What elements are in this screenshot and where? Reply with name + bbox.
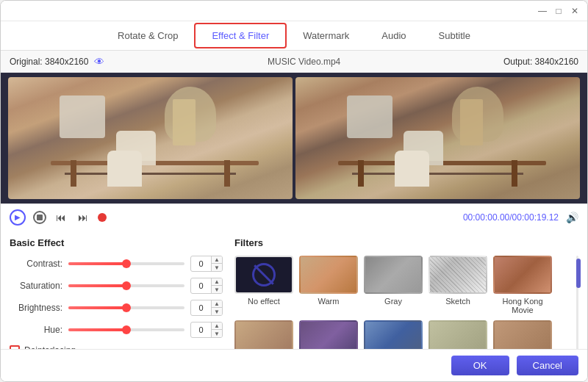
cancel-button[interactable]: Cancel <box>517 356 578 375</box>
original-text: Original: 3840x2160 <box>10 57 88 67</box>
preview-right <box>295 77 580 199</box>
hue-up[interactable]: ▲ <box>212 322 222 330</box>
saturation-up[interactable]: ▲ <box>212 278 222 286</box>
contrast-up[interactable]: ▲ <box>212 256 222 264</box>
hue-spin-buttons: ▲ ▼ <box>211 322 222 337</box>
brightness-value: 0 <box>191 302 211 314</box>
tab-audio[interactable]: Audio <box>365 24 422 47</box>
saturation-spinner[interactable]: 0 ▲ ▼ <box>190 278 223 294</box>
saturation-value: 0 <box>191 280 211 292</box>
hue-label: Hue: <box>10 325 62 335</box>
contrast-label: Contrast: <box>10 259 62 269</box>
contrast-row: Contrast: 0 ▲ ▼ <box>10 256 223 272</box>
filters-area: No effect Warm Gray Sketch <box>234 256 578 349</box>
contrast-value: 0 <box>191 258 211 270</box>
saturation-down[interactable]: ▼ <box>212 286 222 293</box>
brightness-fill <box>68 306 126 309</box>
filter-thumb-warm <box>299 256 358 294</box>
filter-thumb-row2-1 <box>234 320 293 349</box>
filters-grid: No effect Warm Gray Sketch <box>234 256 570 349</box>
filter-warm[interactable]: Warm <box>299 256 358 314</box>
filter-thumb-sketch <box>429 256 487 294</box>
tab-rotate[interactable]: Rotate & Crop <box>101 24 194 47</box>
original-resolution: Original: 3840x2160 👁 <box>10 56 104 68</box>
saturation-thumb[interactable] <box>122 281 131 290</box>
contrast-fill <box>68 262 126 265</box>
prev-frame-button[interactable]: ⏮ <box>54 210 68 225</box>
filter-label-no-effect: No effect <box>248 297 280 306</box>
bottom-bar: OK Cancel <box>1 349 587 381</box>
window-controls: — □ ✕ <box>537 6 580 16</box>
play-button[interactable]: ▶ <box>10 209 26 226</box>
brightness-label: Brightness: <box>10 303 62 313</box>
time-display: 00:00:00.00/00:00:19.12 <box>463 212 559 223</box>
brightness-row: Brightness: 0 ▲ ▼ <box>10 300 223 316</box>
preview-area <box>1 73 587 203</box>
filter-label-sketch: Sketch <box>445 297 470 306</box>
contrast-slider[interactable] <box>68 262 184 265</box>
tab-effect[interactable]: Effect & Filter <box>194 23 287 48</box>
next-frame-button[interactable]: ⏭ <box>76 210 90 225</box>
filter-thumb-gray <box>364 256 423 294</box>
contrast-down[interactable]: ▼ <box>212 264 222 271</box>
contrast-spinner[interactable]: 0 ▲ ▼ <box>190 256 223 272</box>
brightness-slider[interactable] <box>68 306 184 309</box>
filename: MUSIC Video.mp4 <box>268 57 340 67</box>
filter-thumb-row2-2 <box>299 320 358 349</box>
preview-image-left <box>8 77 293 199</box>
preview-left <box>8 77 293 199</box>
hue-value: 0 <box>191 324 211 336</box>
hue-down[interactable]: ▼ <box>212 330 222 337</box>
filter-row2-1[interactable] <box>234 320 293 349</box>
filter-row2-4[interactable] <box>429 320 487 349</box>
filters-title: Filters <box>234 237 578 248</box>
filter-gray[interactable]: Gray <box>364 256 423 314</box>
saturation-slider[interactable] <box>68 284 184 287</box>
tab-watermark[interactable]: Watermark <box>287 24 365 47</box>
filter-thumb-no-effect <box>234 256 293 294</box>
close-button[interactable]: ✕ <box>570 6 580 16</box>
right-panel: Filters No effect Warm <box>234 237 578 342</box>
filter-thumb-row2-5 <box>493 320 552 349</box>
main-content: Basic Effect Contrast: 0 ▲ ▼ Satu <box>1 230 587 349</box>
filter-thumb-row2-4 <box>429 320 487 349</box>
filter-sketch[interactable]: Sketch <box>429 256 487 314</box>
filter-hongkong[interactable]: Hong Kong Movie <box>493 256 552 314</box>
brightness-up[interactable]: ▲ <box>212 300 222 308</box>
hue-slider[interactable] <box>68 328 184 331</box>
brightness-spin-buttons: ▲ ▼ <box>211 300 222 315</box>
brightness-down[interactable]: ▼ <box>212 308 222 315</box>
filter-thumb-hongkong <box>493 256 552 294</box>
filter-label-hongkong: Hong Kong Movie <box>493 297 552 314</box>
controls-bar: ▶ ⏮ ⏭ 00:00:00.00/00:00:19.12 🔊 <box>1 203 587 230</box>
filter-label-gray: Gray <box>384 297 402 306</box>
filter-row2-3[interactable] <box>364 320 423 349</box>
tab-bar: Rotate & Crop Effect & Filter Watermark … <box>1 21 587 51</box>
brightness-spinner[interactable]: 0 ▲ ▼ <box>190 300 223 316</box>
filter-row2-5[interactable] <box>493 320 552 349</box>
preview-image-right <box>295 77 580 199</box>
basic-effect-title: Basic Effect <box>10 237 223 248</box>
minimize-button[interactable]: — <box>537 6 548 16</box>
stop-button[interactable] <box>33 211 46 224</box>
filter-no-effect[interactable]: No effect <box>234 256 293 314</box>
volume-icon[interactable]: 🔊 <box>566 212 578 223</box>
progress-indicator[interactable] <box>98 213 107 222</box>
hue-spinner[interactable]: 0 ▲ ▼ <box>190 322 223 338</box>
contrast-thumb[interactable] <box>122 259 131 268</box>
file-info-bar: Original: 3840x2160 👁 MUSIC Video.mp4 Ou… <box>1 51 587 73</box>
filter-label-warm: Warm <box>318 297 340 306</box>
maximize-button[interactable]: □ <box>553 6 564 16</box>
output-resolution: Output: 3840x2160 <box>503 57 578 67</box>
tab-subtitle[interactable]: Subtitle <box>423 24 487 47</box>
hue-thumb[interactable] <box>122 325 131 334</box>
hue-fill <box>68 328 126 331</box>
brightness-thumb[interactable] <box>122 303 131 312</box>
ok-button[interactable]: OK <box>451 356 509 375</box>
saturation-row: Saturation: 0 ▲ ▼ <box>10 278 223 294</box>
stop-icon <box>37 215 43 220</box>
saturation-fill <box>68 284 126 287</box>
filters-scrollbar[interactable] <box>576 256 578 349</box>
eye-icon[interactable]: 👁 <box>94 56 104 68</box>
filter-row2-2[interactable] <box>299 320 358 349</box>
